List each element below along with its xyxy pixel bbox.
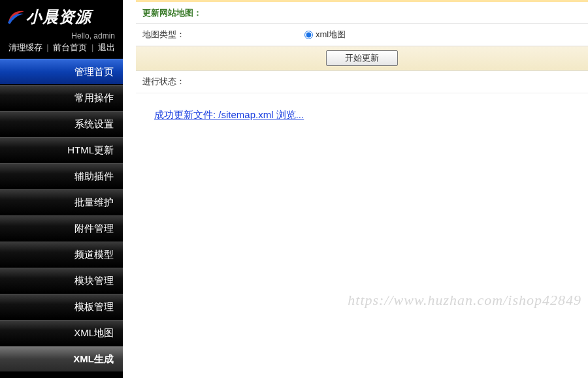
sidebar-item-template[interactable]: 模板管理	[0, 294, 123, 320]
sidebar-item-module[interactable]: 模块管理	[0, 268, 123, 294]
status-label: 进行状态：	[136, 71, 588, 93]
sidebar-item-label: 附件管理	[74, 223, 114, 235]
sidebar-item-label: 批量维护	[74, 197, 114, 209]
sidebar-item-system[interactable]: 系统设置	[0, 111, 123, 137]
logo: 小晨资源	[0, 0, 123, 31]
sidebar-item-label: 模板管理	[74, 301, 114, 313]
action-row: 开始更新	[136, 46, 588, 71]
sidebar-item-label: 系统设置	[74, 118, 114, 131]
link-logout[interactable]: 退出	[98, 42, 115, 52]
sidebar-item-xml-map[interactable]: XML地图	[0, 320, 123, 346]
logo-text: 小晨资源	[26, 7, 91, 27]
sidebar-item-admin-home[interactable]: 管理首页	[0, 59, 123, 85]
sidebar-item-label: 辅助插件	[74, 170, 114, 183]
divider: |	[44, 42, 50, 52]
sidebar-item-label: 模块管理	[74, 275, 114, 287]
sidebar-item-common-ops[interactable]: 常用操作	[0, 85, 123, 111]
sidebar-item-label: 管理首页	[74, 66, 114, 78]
sidebar-item-attachments[interactable]: 附件管理	[0, 215, 123, 242]
sidebar-item-channel[interactable]: 频道模型	[0, 242, 123, 268]
watermark: https://www.huzhan.com/ishop42849	[348, 292, 581, 309]
start-update-button[interactable]: 开始更新	[326, 50, 398, 66]
logo-icon	[7, 8, 26, 25]
link-front-home[interactable]: 前台首页	[53, 42, 87, 52]
divider: |	[90, 42, 95, 52]
panel-title: 更新网站地图：	[136, 2, 588, 24]
result-area: 成功更新文件: /sitemap.xml 浏览...	[136, 93, 588, 137]
row-map-type: 地图类型： xml地图	[136, 24, 588, 46]
sidebar-menu: 管理首页 常用操作 系统设置 HTML更新 辅助插件 批量维护 附件管理 频道模…	[0, 59, 123, 372]
result-link[interactable]: 成功更新文件: /sitemap.xml 浏览...	[154, 109, 304, 120]
sidebar-item-label: 频道模型	[74, 249, 114, 261]
sidebar-item-html-update[interactable]: HTML更新	[0, 137, 123, 163]
sidebar-item-label: HTML更新	[67, 144, 114, 157]
link-clear-cache[interactable]: 清理缓存	[8, 42, 42, 52]
map-type-label: 地图类型：	[136, 24, 298, 46]
sidebar-item-label: 常用操作	[74, 92, 114, 104]
user-greeting: Hello, admin	[0, 31, 123, 40]
sidebar-item-label: XML地图	[74, 327, 114, 339]
sidebar: 小晨资源 Hello, admin 清理缓存 | 前台首页 | 退出 管理首页 …	[0, 0, 123, 378]
sidebar-item-xml-gen[interactable]: XML生成	[0, 346, 123, 372]
quick-links: 清理缓存 | 前台首页 | 退出	[0, 40, 123, 59]
sidebar-item-batch[interactable]: 批量维护	[0, 189, 123, 215]
sidebar-item-plugins[interactable]: 辅助插件	[0, 163, 123, 189]
sidebar-item-label: XML生成	[73, 353, 114, 366]
main-content: 更新网站地图： 地图类型： xml地图 开始更新 进行状态： 成功更新文件: /…	[123, 0, 588, 378]
radio-xml-map-label: xml地图	[316, 29, 346, 40]
radio-xml-map[interactable]	[304, 31, 313, 39]
